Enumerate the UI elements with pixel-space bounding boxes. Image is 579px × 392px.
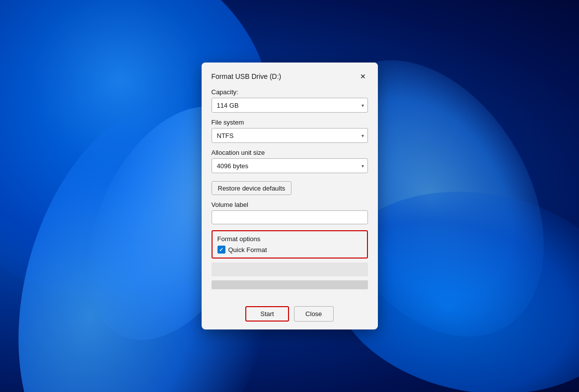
allocation-unit-label: Allocation unit size bbox=[212, 149, 368, 156]
progress-bar bbox=[212, 280, 368, 289]
start-button[interactable]: Start bbox=[245, 306, 289, 322]
capacity-label: Capacity: bbox=[212, 88, 368, 96]
checkmark-icon: ✓ bbox=[219, 247, 223, 253]
dialog-body: Capacity: 114 GB ▾ File system FAT32 NTF… bbox=[202, 88, 378, 304]
capacity-select-wrapper: 114 GB ▾ bbox=[212, 98, 368, 113]
quick-format-row: ✓ Quick Format bbox=[217, 246, 362, 254]
format-options-group: Format options ✓ Quick Format bbox=[212, 230, 368, 259]
allocation-unit-select-wrapper: 512 bytes 1024 bytes 2048 bytes 4096 byt… bbox=[212, 158, 368, 173]
close-icon[interactable]: ✕ bbox=[356, 69, 370, 83]
dialog-footer: Start Close bbox=[202, 304, 378, 329]
format-options-legend: Format options bbox=[217, 235, 362, 243]
allocation-unit-group: Allocation unit size 512 bytes 1024 byte… bbox=[212, 149, 368, 173]
quick-format-label: Quick Format bbox=[228, 246, 267, 254]
spacer-bar bbox=[212, 262, 368, 276]
file-system-group: File system FAT32 NTFS exFAT ▾ bbox=[212, 119, 368, 143]
file-system-select[interactable]: FAT32 NTFS exFAT bbox=[212, 128, 368, 143]
close-button[interactable]: Close bbox=[294, 306, 334, 322]
volume-label-group: Volume label bbox=[212, 201, 368, 224]
volume-label-input[interactable] bbox=[212, 210, 368, 224]
file-system-label: File system bbox=[212, 119, 368, 126]
dialog-overlay: Format USB Drive (D:) ✕ Capacity: 114 GB… bbox=[0, 0, 579, 392]
file-system-select-wrapper: FAT32 NTFS exFAT ▾ bbox=[212, 128, 368, 143]
dialog-titlebar: Format USB Drive (D:) ✕ bbox=[202, 63, 378, 88]
dialog-title: Format USB Drive (D:) bbox=[212, 72, 282, 80]
capacity-group: Capacity: 114 GB ▾ bbox=[212, 88, 368, 113]
allocation-unit-select[interactable]: 512 bytes 1024 bytes 2048 bytes 4096 byt… bbox=[212, 158, 368, 173]
capacity-select[interactable]: 114 GB bbox=[212, 98, 368, 113]
volume-label-label: Volume label bbox=[212, 201, 368, 208]
format-dialog: Format USB Drive (D:) ✕ Capacity: 114 GB… bbox=[202, 63, 378, 329]
restore-defaults-button[interactable]: Restore device defaults bbox=[212, 181, 292, 195]
quick-format-checkbox[interactable]: ✓ bbox=[217, 246, 225, 254]
